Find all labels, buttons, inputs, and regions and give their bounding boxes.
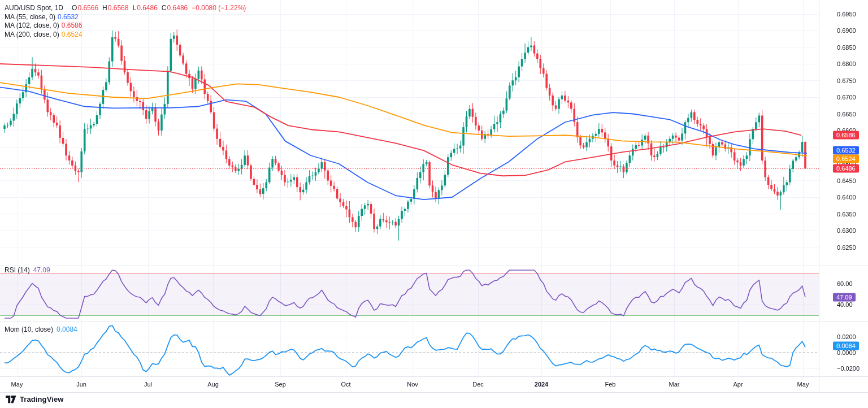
ma102-legend-row[interactable]: MA (102, close, 0)0.6586: [5, 21, 246, 31]
price-axis-badge: 0.6524: [833, 154, 859, 163]
mom-axis-tick: −0.0200: [837, 365, 860, 372]
time-axis-label: Jul: [144, 381, 152, 388]
tradingview-brand-text: TradingView: [20, 395, 63, 403]
tradingview-logo-icon: [6, 396, 16, 403]
ohlc-low: L0.6486: [132, 4, 157, 12]
mom-legend[interactable]: Mom (10, close)0.0084: [5, 325, 77, 333]
time-axis-label: Feb: [605, 381, 616, 388]
time-axis-label: Mar: [669, 381, 680, 388]
rsi-value: 47.09: [33, 266, 50, 274]
time-axis-label: Sep: [275, 381, 286, 388]
price-axis-badge: 0.6532: [833, 146, 859, 154]
ma200-value: 0.6524: [62, 31, 83, 38]
tradingview-attribution[interactable]: TradingView: [6, 395, 63, 403]
time-axis-label: Oct: [341, 381, 350, 388]
price-axis-badge: 0.6486: [833, 164, 859, 173]
price-axis-tick: 0.6700: [837, 94, 856, 101]
ohlc-close: C0.6486: [162, 4, 188, 12]
change-value: −0.0080 (−1.22%): [192, 4, 246, 12]
symbol-legend-row: AUD/USD Spot, 1DO0.6566H0.6568L0.6486C0.…: [5, 4, 246, 13]
chart-canvas[interactable]: [0, 0, 868, 408]
time-axis-label: May: [797, 381, 809, 388]
mom-value: 0.0084: [57, 325, 77, 333]
price-axis-tick: 0.6450: [837, 177, 856, 184]
price-axis-tick: 0.6400: [837, 194, 856, 201]
rsi-axis-badge: 47.09: [833, 293, 856, 301]
price-axis-tick: 0.6350: [837, 211, 856, 218]
price-axis-tick: 0.6850: [837, 44, 856, 51]
ohlc-open: O0.6566: [72, 4, 98, 12]
price-axis-tick: 0.6250: [837, 244, 856, 251]
time-axis-label: Apr: [733, 381, 743, 388]
price-axis-tick: 0.6800: [837, 60, 856, 67]
mom-axis-tick: 0.0000: [837, 349, 856, 356]
time-axis-label: Aug: [207, 381, 219, 388]
symbol-title[interactable]: AUD/USD Spot, 1D: [5, 4, 63, 12]
rsi-axis-tick: 40.00: [837, 301, 853, 308]
time-axis-label: Nov: [407, 381, 418, 388]
mom-axis-tick: 0.0200: [837, 333, 856, 340]
price-axis-tick: 0.6750: [837, 77, 856, 84]
ma55-value: 0.6532: [58, 13, 79, 21]
time-axis-label: Dec: [472, 381, 484, 388]
time-axis-label: 2024: [535, 381, 548, 388]
rsi-axis-tick: 60.00: [837, 280, 853, 287]
ma102-value: 0.6586: [62, 21, 83, 29]
time-axis-label: Jun: [76, 381, 86, 388]
mom-axis-badge: 0.0084: [833, 342, 859, 350]
price-axis-tick: 0.6650: [837, 111, 856, 118]
ohlc-high: H0.6568: [102, 4, 128, 12]
tradingview-chart: AUD/USD Spot, 1DO0.6566H0.6568L0.6486C0.…: [0, 0, 868, 408]
ma55-legend-row[interactable]: MA (55, close, 0)0.6532: [5, 13, 246, 22]
ma200-legend-row[interactable]: MA (200, close, 0)0.6524: [5, 31, 246, 40]
price-axis-badge: 0.6586: [833, 131, 859, 140]
price-axis-tick: 0.6900: [837, 27, 856, 34]
main-legend: AUD/USD Spot, 1DO0.6566H0.6568L0.6486C0.…: [5, 4, 246, 39]
price-axis-tick: 0.6950: [837, 11, 856, 18]
rsi-legend[interactable]: RSI (14)47.09: [5, 266, 50, 274]
time-axis-label: May: [11, 381, 23, 388]
price-axis-tick: 0.6300: [837, 227, 856, 234]
